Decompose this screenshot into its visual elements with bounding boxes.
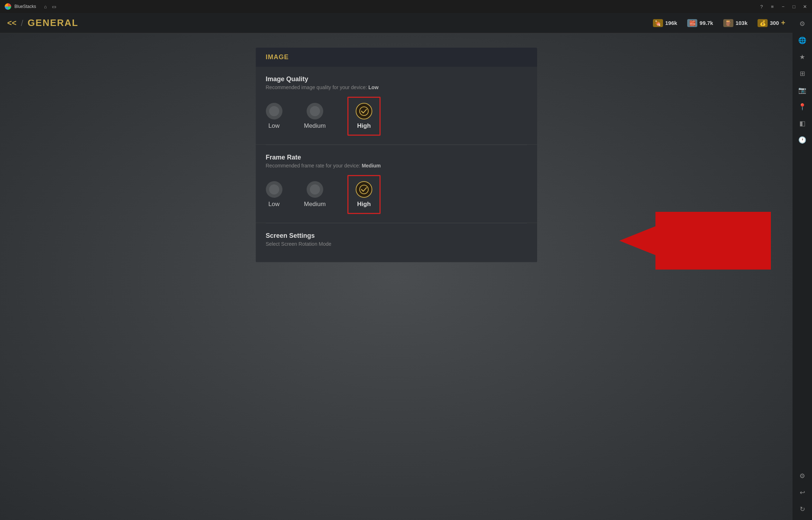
image-quality-description: Recommended image quality for your devic… bbox=[266, 84, 527, 90]
app-name: BlueStacks bbox=[14, 4, 36, 9]
image-quality-high[interactable]: High bbox=[347, 97, 381, 136]
gold-icon: 💰 bbox=[758, 19, 768, 27]
fr-high-checkmark bbox=[356, 181, 372, 198]
sidebar-icon-grid[interactable]: ⊞ bbox=[794, 66, 810, 82]
image-quality-title: Image Quality bbox=[266, 75, 527, 83]
fr-medium-radio bbox=[307, 181, 323, 198]
image-quality-low[interactable]: Low bbox=[266, 103, 282, 130]
svg-point-1 bbox=[360, 107, 368, 115]
content-area: IMAGE Image Quality Recommended image qu… bbox=[0, 33, 793, 520]
gold-value: 300 bbox=[770, 20, 779, 26]
sidebar-icon-globe[interactable]: 🌐 bbox=[794, 32, 810, 48]
low-label: Low bbox=[268, 122, 280, 130]
sidebar-icon-rotate[interactable]: ↻ bbox=[794, 501, 810, 517]
frame-rate-options: Low Medium bbox=[266, 175, 527, 214]
frame-rate-medium[interactable]: Medium bbox=[304, 181, 326, 208]
game-area: << / GENERAL 🍖 196k 🧱 99.7k 🪵 103k 💰 bbox=[0, 13, 793, 520]
wood-icon: 🪵 bbox=[723, 19, 733, 27]
resource-food: 🍖 196k bbox=[653, 19, 677, 27]
checkmark-svg bbox=[359, 106, 369, 116]
sidebar-icon-location[interactable]: 📍 bbox=[794, 99, 810, 115]
image-quality-medium[interactable]: Medium bbox=[304, 103, 326, 130]
sidebar-icon-layers[interactable]: ◧ bbox=[794, 115, 810, 131]
resource-gold: 💰 300 + bbox=[758, 19, 785, 27]
sidebar-icon-clock[interactable]: 🕐 bbox=[794, 132, 810, 148]
menu-icon[interactable]: ≡ bbox=[769, 4, 775, 9]
image-quality-section: Image Quality Recommended image quality … bbox=[256, 67, 537, 145]
sidebar-icon-back[interactable]: ↩ bbox=[794, 485, 810, 501]
medium-radio-inner bbox=[310, 106, 320, 116]
image-section-header: IMAGE bbox=[256, 48, 537, 67]
stone-value: 99.7k bbox=[699, 20, 713, 26]
red-arrow-svg bbox=[619, 212, 771, 270]
red-arrow-annotation bbox=[619, 212, 771, 271]
close-icon[interactable]: ✕ bbox=[802, 4, 808, 9]
image-section-title: IMAGE bbox=[266, 53, 289, 61]
sidebar-icon-star[interactable]: ★ bbox=[794, 49, 810, 65]
frame-rate-low[interactable]: Low bbox=[266, 181, 282, 208]
screen-settings-title: Screen Settings bbox=[266, 232, 527, 240]
fr-medium-radio-inner bbox=[310, 184, 320, 195]
fr-low-radio-inner bbox=[269, 184, 279, 195]
resources-bar: 🍖 196k 🧱 99.7k 🪵 103k 💰 300 + bbox=[653, 19, 785, 27]
resource-wood: 🪵 103k bbox=[723, 19, 747, 27]
stack-icon[interactable]: ▭ bbox=[51, 4, 57, 9]
sidebar-icon-camera[interactable]: 📷 bbox=[794, 82, 810, 98]
low-radio-inner bbox=[269, 106, 279, 116]
frame-rate-description: Recommended frame rate for your device: … bbox=[266, 163, 527, 169]
title-bar: BlueStacks ⌂ ▭ ? ≡ − □ ✕ bbox=[0, 0, 812, 13]
wood-value: 103k bbox=[736, 20, 747, 26]
minimize-icon[interactable]: − bbox=[780, 4, 786, 9]
bluestacks-logo-icon bbox=[5, 3, 11, 10]
fr-low-label: Low bbox=[268, 201, 280, 208]
window-controls: ? ≡ − □ ✕ bbox=[759, 4, 808, 9]
header-separator: / bbox=[21, 18, 23, 28]
sidebar-icon-bottom-settings[interactable]: ⚙ bbox=[794, 468, 810, 484]
frame-rate-high[interactable]: High bbox=[347, 175, 381, 214]
fr-high-label: High bbox=[357, 201, 371, 208]
header-bar: << / GENERAL 🍖 196k 🧱 99.7k 🪵 103k 💰 bbox=[0, 13, 793, 33]
back-button[interactable]: << bbox=[7, 18, 17, 28]
right-sidebar: ⚙ 🌐 ★ ⊞ 📷 📍 ◧ 🕐 ⚙ ↩ ↻ bbox=[793, 13, 812, 520]
fr-low-radio bbox=[266, 181, 282, 198]
food-value: 196k bbox=[665, 20, 677, 26]
high-checkmark bbox=[356, 103, 372, 119]
frame-rate-section: Frame Rate Recommended frame rate for yo… bbox=[256, 145, 537, 223]
fr-medium-label: Medium bbox=[304, 201, 326, 208]
stone-icon: 🧱 bbox=[687, 19, 697, 27]
app-logo bbox=[4, 3, 12, 10]
resource-stone: 🧱 99.7k bbox=[687, 19, 713, 27]
food-icon: 🍖 bbox=[653, 19, 663, 27]
image-quality-options: Low Medium bbox=[266, 97, 527, 136]
settings-panel: IMAGE Image Quality Recommended image qu… bbox=[256, 48, 537, 262]
screen-settings-description: Select Screen Rotation Mode bbox=[266, 241, 527, 247]
fr-checkmark-svg bbox=[359, 184, 369, 195]
help-icon[interactable]: ? bbox=[759, 4, 764, 9]
svg-point-2 bbox=[360, 185, 368, 194]
sidebar-icon-settings[interactable]: ⚙ bbox=[794, 16, 810, 32]
medium-label: Medium bbox=[304, 122, 326, 130]
maximize-icon[interactable]: □ bbox=[791, 4, 797, 9]
high-label: High bbox=[357, 122, 371, 130]
svg-marker-0 bbox=[619, 212, 771, 270]
page-title: GENERAL bbox=[27, 17, 78, 29]
home-icon[interactable]: ⌂ bbox=[43, 4, 48, 9]
low-radio bbox=[266, 103, 282, 119]
screen-settings-section: Screen Settings Select Screen Rotation M… bbox=[256, 223, 537, 262]
frame-rate-title: Frame Rate bbox=[266, 154, 527, 161]
medium-radio bbox=[307, 103, 323, 119]
add-gold-button[interactable]: + bbox=[781, 19, 785, 27]
main-container: << / GENERAL 🍖 196k 🧱 99.7k 🪵 103k 💰 bbox=[0, 13, 812, 520]
